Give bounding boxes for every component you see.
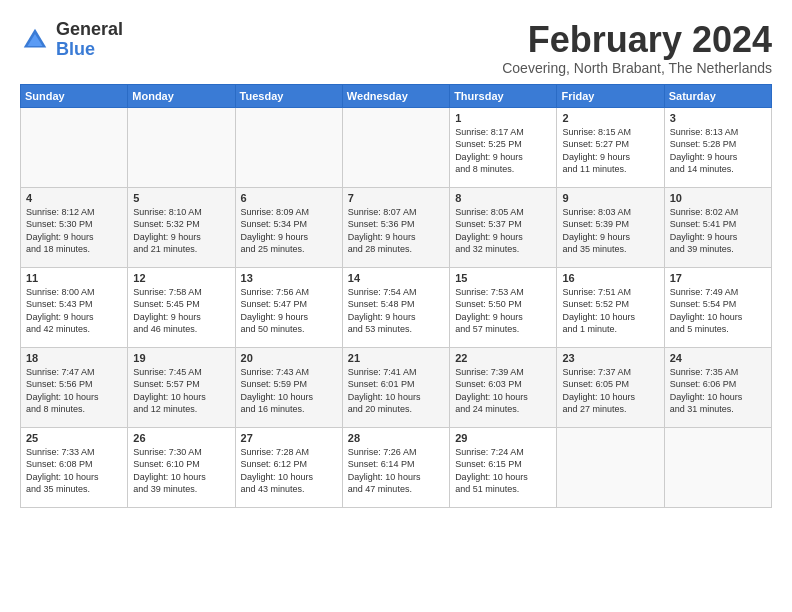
day-number: 24 (670, 352, 766, 364)
calendar-cell: 17Sunrise: 7:49 AM Sunset: 5:54 PM Dayli… (664, 267, 771, 347)
day-number: 14 (348, 272, 444, 284)
calendar-cell: 2Sunrise: 8:15 AM Sunset: 5:27 PM Daylig… (557, 107, 664, 187)
calendar-cell: 6Sunrise: 8:09 AM Sunset: 5:34 PM Daylig… (235, 187, 342, 267)
day-number: 13 (241, 272, 337, 284)
day-number: 29 (455, 432, 551, 444)
calendar-cell (557, 427, 664, 507)
day-info: Sunrise: 8:07 AM Sunset: 5:36 PM Dayligh… (348, 206, 444, 256)
calendar-week-row: 25Sunrise: 7:33 AM Sunset: 6:08 PM Dayli… (21, 427, 772, 507)
calendar-cell (128, 107, 235, 187)
day-info: Sunrise: 8:17 AM Sunset: 5:25 PM Dayligh… (455, 126, 551, 176)
day-info: Sunrise: 7:37 AM Sunset: 6:05 PM Dayligh… (562, 366, 658, 416)
day-number: 26 (133, 432, 229, 444)
calendar-cell: 1Sunrise: 8:17 AM Sunset: 5:25 PM Daylig… (450, 107, 557, 187)
day-info: Sunrise: 7:30 AM Sunset: 6:10 PM Dayligh… (133, 446, 229, 496)
calendar-cell (664, 427, 771, 507)
weekday-header-thursday: Thursday (450, 84, 557, 107)
day-info: Sunrise: 8:00 AM Sunset: 5:43 PM Dayligh… (26, 286, 122, 336)
day-number: 3 (670, 112, 766, 124)
day-number: 18 (26, 352, 122, 364)
day-number: 2 (562, 112, 658, 124)
day-number: 21 (348, 352, 444, 364)
calendar-cell: 15Sunrise: 7:53 AM Sunset: 5:50 PM Dayli… (450, 267, 557, 347)
day-info: Sunrise: 7:39 AM Sunset: 6:03 PM Dayligh… (455, 366, 551, 416)
logo-text: General Blue (56, 20, 123, 60)
calendar-cell (342, 107, 449, 187)
calendar-cell: 11Sunrise: 8:00 AM Sunset: 5:43 PM Dayli… (21, 267, 128, 347)
day-info: Sunrise: 8:02 AM Sunset: 5:41 PM Dayligh… (670, 206, 766, 256)
day-info: Sunrise: 7:51 AM Sunset: 5:52 PM Dayligh… (562, 286, 658, 336)
weekday-header-monday: Monday (128, 84, 235, 107)
day-number: 8 (455, 192, 551, 204)
day-info: Sunrise: 8:15 AM Sunset: 5:27 PM Dayligh… (562, 126, 658, 176)
calendar-cell: 9Sunrise: 8:03 AM Sunset: 5:39 PM Daylig… (557, 187, 664, 267)
weekday-header-wednesday: Wednesday (342, 84, 449, 107)
calendar-table: SundayMondayTuesdayWednesdayThursdayFrid… (20, 84, 772, 508)
calendar-cell: 14Sunrise: 7:54 AM Sunset: 5:48 PM Dayli… (342, 267, 449, 347)
calendar-cell: 25Sunrise: 7:33 AM Sunset: 6:08 PM Dayli… (21, 427, 128, 507)
day-number: 22 (455, 352, 551, 364)
day-number: 12 (133, 272, 229, 284)
calendar-cell: 27Sunrise: 7:28 AM Sunset: 6:12 PM Dayli… (235, 427, 342, 507)
day-info: Sunrise: 8:09 AM Sunset: 5:34 PM Dayligh… (241, 206, 337, 256)
title-block: February 2024 Coevering, North Brabant, … (502, 20, 772, 76)
calendar-cell: 4Sunrise: 8:12 AM Sunset: 5:30 PM Daylig… (21, 187, 128, 267)
day-number: 23 (562, 352, 658, 364)
day-number: 15 (455, 272, 551, 284)
day-info: Sunrise: 8:13 AM Sunset: 5:28 PM Dayligh… (670, 126, 766, 176)
calendar-cell: 5Sunrise: 8:10 AM Sunset: 5:32 PM Daylig… (128, 187, 235, 267)
day-info: Sunrise: 7:47 AM Sunset: 5:56 PM Dayligh… (26, 366, 122, 416)
day-number: 19 (133, 352, 229, 364)
day-info: Sunrise: 7:35 AM Sunset: 6:06 PM Dayligh… (670, 366, 766, 416)
calendar-cell: 8Sunrise: 8:05 AM Sunset: 5:37 PM Daylig… (450, 187, 557, 267)
calendar-week-row: 4Sunrise: 8:12 AM Sunset: 5:30 PM Daylig… (21, 187, 772, 267)
calendar-cell: 7Sunrise: 8:07 AM Sunset: 5:36 PM Daylig… (342, 187, 449, 267)
day-info: Sunrise: 7:43 AM Sunset: 5:59 PM Dayligh… (241, 366, 337, 416)
calendar-cell: 12Sunrise: 7:58 AM Sunset: 5:45 PM Dayli… (128, 267, 235, 347)
day-number: 5 (133, 192, 229, 204)
calendar-cell: 3Sunrise: 8:13 AM Sunset: 5:28 PM Daylig… (664, 107, 771, 187)
day-number: 10 (670, 192, 766, 204)
day-info: Sunrise: 7:28 AM Sunset: 6:12 PM Dayligh… (241, 446, 337, 496)
day-number: 25 (26, 432, 122, 444)
calendar-cell: 29Sunrise: 7:24 AM Sunset: 6:15 PM Dayli… (450, 427, 557, 507)
calendar-cell: 26Sunrise: 7:30 AM Sunset: 6:10 PM Dayli… (128, 427, 235, 507)
calendar-week-row: 11Sunrise: 8:00 AM Sunset: 5:43 PM Dayli… (21, 267, 772, 347)
calendar-week-row: 1Sunrise: 8:17 AM Sunset: 5:25 PM Daylig… (21, 107, 772, 187)
page-header: General Blue February 2024 Coevering, No… (20, 20, 772, 76)
day-info: Sunrise: 7:26 AM Sunset: 6:14 PM Dayligh… (348, 446, 444, 496)
day-info: Sunrise: 8:05 AM Sunset: 5:37 PM Dayligh… (455, 206, 551, 256)
day-number: 9 (562, 192, 658, 204)
day-info: Sunrise: 8:10 AM Sunset: 5:32 PM Dayligh… (133, 206, 229, 256)
calendar-week-row: 18Sunrise: 7:47 AM Sunset: 5:56 PM Dayli… (21, 347, 772, 427)
day-info: Sunrise: 7:49 AM Sunset: 5:54 PM Dayligh… (670, 286, 766, 336)
day-info: Sunrise: 7:53 AM Sunset: 5:50 PM Dayligh… (455, 286, 551, 336)
day-info: Sunrise: 7:33 AM Sunset: 6:08 PM Dayligh… (26, 446, 122, 496)
day-number: 11 (26, 272, 122, 284)
logo-blue-text: Blue (56, 40, 123, 60)
day-number: 27 (241, 432, 337, 444)
day-number: 7 (348, 192, 444, 204)
logo: General Blue (20, 20, 123, 60)
day-info: Sunrise: 7:45 AM Sunset: 5:57 PM Dayligh… (133, 366, 229, 416)
calendar-cell: 23Sunrise: 7:37 AM Sunset: 6:05 PM Dayli… (557, 347, 664, 427)
calendar-cell: 22Sunrise: 7:39 AM Sunset: 6:03 PM Dayli… (450, 347, 557, 427)
weekday-header-saturday: Saturday (664, 84, 771, 107)
calendar-cell: 21Sunrise: 7:41 AM Sunset: 6:01 PM Dayli… (342, 347, 449, 427)
calendar-cell (235, 107, 342, 187)
day-number: 17 (670, 272, 766, 284)
day-number: 6 (241, 192, 337, 204)
weekday-header-sunday: Sunday (21, 84, 128, 107)
day-info: Sunrise: 7:56 AM Sunset: 5:47 PM Dayligh… (241, 286, 337, 336)
location-text: Coevering, North Brabant, The Netherland… (502, 60, 772, 76)
day-info: Sunrise: 8:03 AM Sunset: 5:39 PM Dayligh… (562, 206, 658, 256)
day-info: Sunrise: 8:12 AM Sunset: 5:30 PM Dayligh… (26, 206, 122, 256)
day-number: 28 (348, 432, 444, 444)
calendar-cell (21, 107, 128, 187)
day-info: Sunrise: 7:24 AM Sunset: 6:15 PM Dayligh… (455, 446, 551, 496)
day-info: Sunrise: 7:54 AM Sunset: 5:48 PM Dayligh… (348, 286, 444, 336)
weekday-header-friday: Friday (557, 84, 664, 107)
calendar-cell: 24Sunrise: 7:35 AM Sunset: 6:06 PM Dayli… (664, 347, 771, 427)
calendar-cell: 28Sunrise: 7:26 AM Sunset: 6:14 PM Dayli… (342, 427, 449, 507)
logo-icon (20, 25, 50, 55)
